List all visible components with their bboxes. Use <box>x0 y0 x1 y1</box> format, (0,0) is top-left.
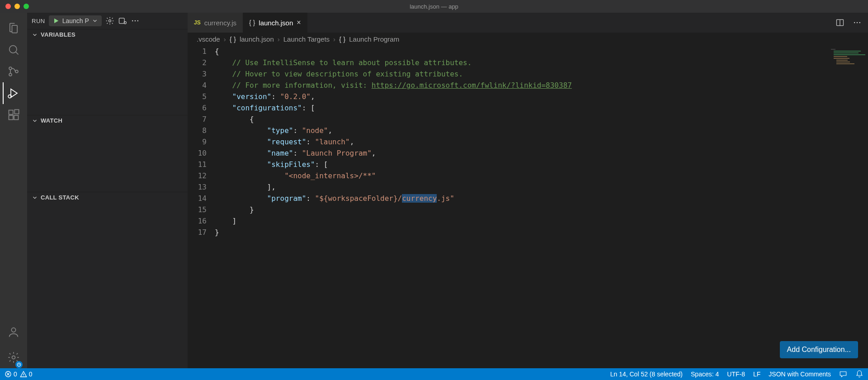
svg-point-19 <box>854 22 855 24</box>
extensions-icon[interactable] <box>3 104 24 126</box>
close-icon[interactable]: × <box>297 19 301 27</box>
run-debug-icon[interactable] <box>3 82 24 104</box>
svg-rect-8 <box>14 109 19 114</box>
clock-badge-icon <box>15 361 23 368</box>
launch-config-dropdown[interactable]: Launch P <box>49 15 102 26</box>
warning-count: 0 <box>29 370 33 378</box>
indentation[interactable]: Spaces: 4 <box>691 370 719 378</box>
settings-gear-icon[interactable] <box>3 347 24 368</box>
tab-currency-js[interactable]: JS currency.js <box>188 13 243 33</box>
minimize-window-button[interactable] <box>14 4 20 9</box>
svg-rect-5 <box>9 110 13 114</box>
breadcrumb-item[interactable]: .vscode <box>197 35 220 43</box>
add-configuration-button[interactable]: Add Configuration... <box>780 341 858 358</box>
svg-point-2 <box>9 73 12 76</box>
svg-point-0 <box>9 46 17 53</box>
errors-button[interactable]: 0 <box>5 370 17 378</box>
editor-tabs: JS currency.js { } launch.json × <box>188 13 868 33</box>
callstack-label: CALL STACK <box>41 194 79 201</box>
watch-label: WATCH <box>41 117 62 124</box>
encoding[interactable]: UTF-8 <box>727 370 745 378</box>
window-title: launch.json — app <box>410 3 458 10</box>
titlebar: launch.json — app <box>0 0 868 13</box>
json-icon: { } <box>339 35 345 43</box>
variables-section-header[interactable]: VARIABLES <box>27 29 188 40</box>
debug-console-icon[interactable] <box>118 16 127 25</box>
breadcrumb-item[interactable]: Launch Program <box>349 35 399 43</box>
svg-point-16 <box>135 20 136 22</box>
debug-sidebar: RUN Launch P VARIABLES WATCH <box>27 13 188 368</box>
svg-rect-6 <box>9 115 13 119</box>
close-window-button[interactable] <box>5 4 11 9</box>
svg-point-3 <box>15 70 18 73</box>
split-editor-icon[interactable] <box>835 18 844 27</box>
chevron-right-icon: › <box>224 35 226 43</box>
warnings-button[interactable]: 0 <box>20 370 33 378</box>
svg-point-9 <box>11 328 15 332</box>
window-controls <box>0 4 29 9</box>
callstack-section-header[interactable]: CALL STACK <box>27 192 188 203</box>
svg-point-17 <box>137 20 138 22</box>
code-content[interactable]: { // Use IntelliSense to learn about pos… <box>215 46 868 368</box>
editor-area: JS currency.js { } launch.json × .vscode… <box>188 13 868 368</box>
minimap[interactable] <box>827 48 868 75</box>
breadcrumb-item[interactable]: launch.json <box>240 35 274 43</box>
activity-bar <box>0 13 27 368</box>
tab-launch-json[interactable]: { } launch.json × <box>243 13 307 33</box>
accounts-icon[interactable] <box>3 321 24 343</box>
variables-label: VARIABLES <box>41 31 75 38</box>
line-number-gutter: 1234567891011121314151617 <box>188 46 215 368</box>
language-mode[interactable]: JSON with Comments <box>769 370 831 378</box>
chevron-right-icon: › <box>333 35 335 43</box>
svg-point-1 <box>9 67 12 70</box>
tab-label: currency.js <box>204 19 236 27</box>
more-actions-icon[interactable] <box>131 16 140 25</box>
chevron-right-icon: › <box>278 35 280 43</box>
explorer-icon[interactable] <box>3 17 24 39</box>
error-count: 0 <box>14 370 17 378</box>
svg-point-15 <box>132 20 133 22</box>
code-editor[interactable]: 1234567891011121314151617 { // Use Intel… <box>188 46 868 368</box>
run-label: RUN <box>32 18 45 24</box>
breadcrumbs[interactable]: .vscode › { } launch.json › Launch Targe… <box>188 33 868 46</box>
svg-point-21 <box>859 22 861 24</box>
svg-rect-7 <box>14 115 18 119</box>
chevron-down-icon <box>32 32 38 38</box>
json-icon: { } <box>230 35 236 43</box>
chevron-down-icon <box>32 118 38 124</box>
breadcrumb-item[interactable]: Launch Targets <box>283 35 330 43</box>
open-launch-json-icon[interactable] <box>105 16 114 25</box>
json-icon: { } <box>249 19 255 26</box>
more-actions-icon[interactable] <box>853 18 862 27</box>
watch-section-header[interactable]: WATCH <box>27 115 188 126</box>
js-icon: JS <box>194 19 201 26</box>
svg-point-10 <box>12 356 15 359</box>
feedback-icon[interactable] <box>839 370 847 378</box>
svg-point-12 <box>108 20 111 22</box>
chevron-down-icon <box>32 195 38 201</box>
launch-config-name: Launch P <box>62 17 89 24</box>
tab-label: launch.json <box>259 19 293 27</box>
cursor-position[interactable]: Ln 14, Col 52 (8 selected) <box>610 370 683 378</box>
notifications-icon[interactable] <box>855 370 863 378</box>
svg-point-20 <box>857 22 858 24</box>
maximize-window-button[interactable] <box>24 4 29 9</box>
chevron-down-icon <box>92 18 98 24</box>
svg-rect-13 <box>119 18 124 24</box>
status-bar: 0 0 Ln 14, Col 52 (8 selected) Spaces: 4… <box>0 368 868 380</box>
eol[interactable]: LF <box>753 370 760 378</box>
search-icon[interactable] <box>3 39 24 61</box>
source-control-icon[interactable] <box>3 61 24 82</box>
